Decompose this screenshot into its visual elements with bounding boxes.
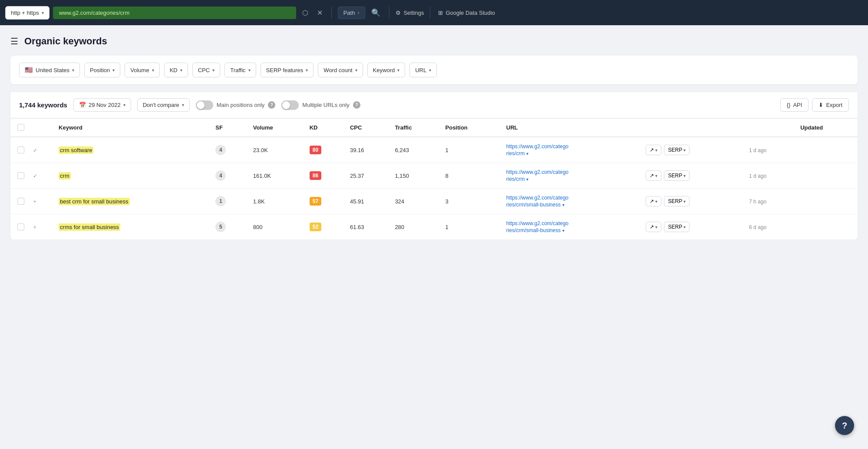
kd-chevron-icon: ▾	[180, 68, 182, 73]
country-label: United States	[36, 67, 69, 73]
country-chevron-icon: ▾	[72, 68, 74, 73]
trend-button[interactable]: ↗ ▾	[646, 145, 661, 155]
trend-button[interactable]: ↗ ▾	[646, 222, 661, 232]
volume-label: Volume	[130, 67, 149, 73]
serp-label: SERP	[668, 147, 682, 153]
serp-button[interactable]: SERP ▾	[664, 196, 690, 206]
url-link-2[interactable]: ries/crm ▾	[506, 150, 528, 156]
trend-button[interactable]: ↗ ▾	[646, 170, 661, 181]
th-volume[interactable]: Volume	[249, 118, 305, 137]
td-checkbox	[10, 189, 29, 214]
url-dropdown-icon[interactable]: ▾	[562, 203, 564, 207]
td-check: ✓	[29, 137, 54, 163]
th-updated[interactable]: Updated	[796, 118, 858, 137]
url-dropdown-icon[interactable]: ▾	[526, 177, 528, 182]
cpc-label: CPC	[198, 67, 210, 73]
row-checkbox[interactable]	[17, 172, 24, 179]
th-cpc[interactable]: CPC	[346, 118, 390, 137]
td-position: 1	[441, 214, 502, 240]
volume-filter[interactable]: Volume ▾	[125, 63, 159, 77]
api-button[interactable]: {} API	[780, 98, 809, 112]
row-checkbox[interactable]	[17, 223, 24, 230]
date-picker-button[interactable]: 📅 29 Nov 2022 ▾	[73, 98, 131, 112]
url-link-2[interactable]: ries/crm ▾	[506, 176, 528, 182]
export-label: Export	[826, 102, 842, 108]
gds-button[interactable]: ⊞ Google Data Studio	[438, 10, 495, 16]
cpc-filter[interactable]: CPC ▾	[192, 63, 220, 77]
position-filter[interactable]: Position ▾	[84, 63, 120, 77]
search-icon[interactable]: 🔍	[369, 6, 383, 20]
row-checkbox[interactable]	[17, 146, 24, 153]
url-link[interactable]: https://www.g2.com/catego	[506, 143, 568, 150]
td-cpc: 39.16	[346, 137, 390, 163]
url-input[interactable]	[53, 7, 296, 19]
url-row-2: ries/crm ▾	[506, 176, 637, 182]
position-chevron-icon: ▾	[112, 68, 115, 73]
serp-filter[interactable]: SERP features ▾	[261, 63, 314, 77]
protocol-dropdown[interactable]: http + https ▾	[5, 6, 50, 20]
serp-button[interactable]: SERP ▾	[664, 145, 690, 155]
us-flag-icon: 🇺🇸	[25, 66, 33, 74]
th-sf[interactable]: SF	[211, 118, 249, 137]
url-dropdown-icon[interactable]: ▾	[526, 151, 528, 156]
url-link-2[interactable]: ries/crm/small-business ▾	[506, 202, 564, 208]
multiple-urls-help-icon[interactable]: ?	[353, 101, 360, 109]
path-dropdown[interactable]: Path ▾	[338, 7, 366, 19]
url-link[interactable]: https://www.g2.com/catego	[506, 195, 568, 201]
url-filter[interactable]: URL ▾	[409, 63, 437, 77]
multiple-urls-toggle[interactable]	[281, 100, 299, 110]
trend-chevron-icon: ▾	[655, 225, 657, 229]
gds-label: Google Data Studio	[446, 10, 495, 16]
url-dropdown-icon[interactable]: ▾	[562, 228, 564, 233]
main-positions-help-icon[interactable]: ?	[268, 101, 275, 109]
td-position: 1	[441, 137, 502, 163]
close-icon[interactable]: ✕	[314, 6, 325, 20]
wordcount-filter[interactable]: Word count ▾	[318, 63, 363, 77]
compare-dropdown[interactable]: Don't compare ▾	[137, 98, 190, 112]
th-keyword[interactable]: Keyword	[54, 118, 211, 137]
trend-button[interactable]: ↗ ▾	[646, 196, 661, 206]
url-link[interactable]: https://www.g2.com/catego	[506, 220, 568, 226]
external-link-icon[interactable]: ⬡	[300, 6, 311, 20]
url-link-2[interactable]: ries/crm/small-business ▾	[506, 227, 564, 233]
kd-badge: 57	[310, 197, 321, 206]
td-url: https://www.g2.com/catego ries/crm ▾	[502, 163, 642, 189]
main-content: ☰ Organic keywords 🇺🇸 United States ▾ Po…	[0, 25, 868, 240]
select-all-checkbox[interactable]	[17, 124, 24, 131]
kd-filter[interactable]: KD ▾	[164, 63, 188, 77]
sf-badge: 1	[215, 196, 226, 206]
th-url[interactable]: URL	[502, 118, 796, 137]
url-cell: https://www.g2.com/catego ries/crm ▾	[506, 169, 637, 182]
traffic-chevron-icon: ▾	[248, 68, 251, 73]
th-traffic[interactable]: Traffic	[390, 118, 441, 137]
row-checkbox[interactable]	[17, 198, 24, 205]
results-bar-actions: {} API ⬇ Export	[780, 98, 849, 112]
td-traffic: 1,150	[390, 163, 441, 189]
settings-button[interactable]: ⚙ Settings	[396, 10, 424, 16]
td-volume: 161.0K	[249, 163, 305, 189]
td-kd: 80	[305, 137, 346, 163]
country-filter[interactable]: 🇺🇸 United States ▾	[19, 63, 80, 77]
td-checkbox	[10, 137, 29, 163]
keywords-count: 1,744 keywords	[19, 101, 67, 109]
serp-button[interactable]: SERP ▾	[664, 170, 690, 181]
updated-text: 1 d ago	[749, 147, 766, 153]
url-row-2: ries/crm/small-business ▾	[506, 202, 637, 208]
traffic-filter[interactable]: Traffic ▾	[224, 63, 256, 77]
table-container: 1,744 keywords 📅 29 Nov 2022 ▾ Don't com…	[10, 92, 858, 240]
hamburger-icon[interactable]: ☰	[10, 36, 18, 47]
serp-button[interactable]: SERP ▾	[664, 222, 690, 232]
trend-icon: ↗	[650, 173, 654, 179]
keyword-filter[interactable]: Keyword ▾	[367, 63, 406, 77]
th-kd[interactable]: KD	[305, 118, 346, 137]
sf-badge: 4	[215, 170, 226, 181]
position-label: Position	[90, 67, 110, 73]
url-link[interactable]: https://www.g2.com/catego	[506, 169, 568, 175]
th-position[interactable]: Position	[441, 118, 502, 137]
main-positions-toggle[interactable]	[196, 100, 213, 110]
path-chevron-icon: ▾	[357, 10, 360, 15]
export-button[interactable]: ⬇ Export	[812, 98, 849, 112]
td-url: https://www.g2.com/catego ries/crm ▾	[502, 137, 642, 163]
trend-chevron-icon: ▾	[655, 173, 657, 178]
table-header-row: Keyword SF Volume KD CPC Traffic Positio…	[10, 118, 858, 137]
